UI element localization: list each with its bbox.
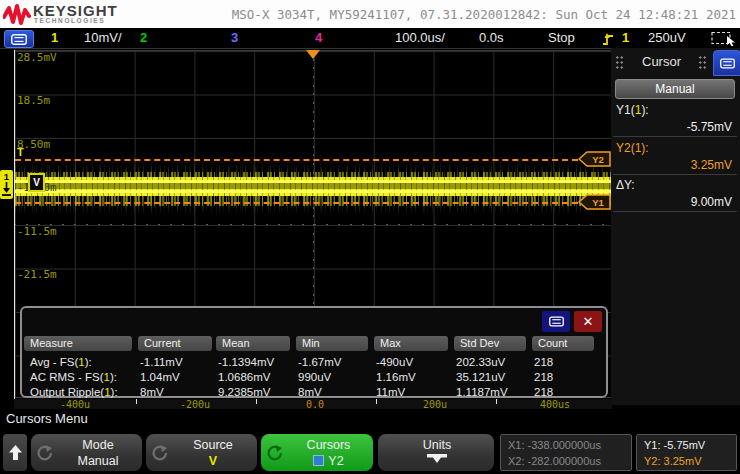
- cell-count: 218: [534, 356, 553, 369]
- cell-mean: 1.0686mV: [218, 371, 270, 384]
- trigger-level-marker[interactable]: T: [17, 146, 24, 158]
- softkey-source[interactable]: Source V: [146, 434, 257, 471]
- x-axis-label: 400us: [525, 399, 585, 410]
- x-axis-tick: [136, 399, 137, 404]
- divider: [613, 174, 737, 175]
- y1-label-pre: Y1(: [616, 103, 635, 117]
- panel-title: Cursor: [642, 54, 681, 69]
- y-axis-label: 28.5mV: [17, 51, 57, 64]
- cursor-mode-button[interactable]: Manual: [615, 79, 735, 99]
- measure-name: AC RMS - FS(: [30, 371, 103, 383]
- cell-min: 8mV: [298, 386, 322, 399]
- panel-menu-tab[interactable]: [713, 50, 740, 76]
- top-brand-bar: KEYSIGHT TECHNOLOGIES MSO-X 3034T, MY592…: [0, 0, 740, 28]
- oscilloscope-screen: KEYSIGHT TECHNOLOGIES MSO-X 3034T, MY592…: [0, 0, 740, 474]
- ch1-ground-marker[interactable]: 1: [0, 170, 13, 199]
- main-menu-button[interactable]: [4, 30, 34, 48]
- cell-max: -490uV: [376, 356, 413, 369]
- keysight-logo-icon: [3, 3, 31, 25]
- softkey-label: Source: [169, 437, 257, 453]
- measurement-menu-button[interactable]: [542, 311, 570, 332]
- softkey-label: Cursors: [284, 437, 373, 453]
- panel-drag-handle[interactable]: [615, 55, 624, 69]
- cursor-y2-flag[interactable]: Y2: [578, 151, 611, 167]
- measurement-close-button[interactable]: ✕: [574, 311, 602, 332]
- channel1-scale[interactable]: 10mV/: [84, 31, 122, 45]
- menu-up-button[interactable]: [3, 434, 27, 471]
- cell-max: 1.16mV: [376, 371, 416, 384]
- channel4-button[interactable]: 4: [315, 31, 322, 45]
- channel3-button[interactable]: 3: [231, 31, 238, 45]
- x-axis-tick: [496, 399, 497, 404]
- panel-drag-handle[interactable]: [698, 55, 707, 69]
- knob-rotate-icon: [151, 445, 167, 461]
- timebase-value[interactable]: 100.0us/: [395, 31, 445, 45]
- channel2-button[interactable]: 2: [140, 31, 147, 45]
- delay-value[interactable]: 0.0s: [479, 31, 504, 45]
- cursors-selected: Y2: [328, 454, 343, 468]
- x-axis-label: 0.0: [285, 399, 345, 410]
- col-header-stddev[interactable]: Std Dev: [454, 336, 526, 351]
- trigger-level[interactable]: 250uV: [648, 31, 686, 45]
- cursor-sidebar: Cursor Manual Y1(1): -5.75mV Y2(1): 3.25…: [611, 48, 740, 405]
- y-axis-label: -21.5m: [17, 268, 57, 281]
- brand-subtitle: TECHNOLOGIES: [34, 17, 105, 24]
- y1-label-post: ):: [641, 103, 648, 117]
- cell-current: -1.11mV: [140, 356, 183, 369]
- col-header-mean[interactable]: Mean: [216, 336, 290, 351]
- cursor-y1-line[interactable]: [15, 202, 578, 204]
- softkey-units-text: Units: [378, 437, 494, 469]
- y-axis-label: -11.5m: [17, 225, 57, 238]
- measurement-table-popup: ✕ Measure Current Mean Min Max Std Dev C…: [20, 306, 608, 398]
- y-cursor-readout: Y1: -5.75mV Y2: 3.25mV: [636, 434, 737, 471]
- cursor-y1-flag[interactable]: Y1: [578, 194, 611, 210]
- softkey-source-text: Source V: [167, 437, 257, 469]
- measure-name-close: ):: [111, 386, 118, 398]
- selection-tool-icon[interactable]: [711, 31, 737, 46]
- divider: [613, 136, 737, 137]
- softkey-units[interactable]: Units: [378, 434, 494, 471]
- time-axis: -400u -200u 0.0 200u 400us: [14, 399, 612, 409]
- softkey-mode-text: Mode Manual: [52, 437, 142, 469]
- cursor-y2-line[interactable]: [15, 159, 578, 161]
- y-axis-label: 18.5m: [17, 94, 50, 107]
- col-header-count[interactable]: Count: [532, 336, 594, 351]
- svg-text:Y2: Y2: [592, 154, 604, 165]
- knob-rotate-icon: [36, 445, 52, 461]
- trigger-edge-icon[interactable]: [602, 32, 614, 46]
- y1-readout: Y1: -5.75mV: [644, 437, 729, 453]
- acquisition-status[interactable]: Stop: [548, 31, 575, 45]
- col-header-min[interactable]: Min: [296, 336, 368, 351]
- col-header-current[interactable]: Current: [138, 336, 212, 351]
- trigger-source[interactable]: 1: [622, 31, 629, 45]
- knob-rotate-icon: [266, 445, 282, 461]
- cell-count: 218: [534, 371, 553, 384]
- softkey-mode[interactable]: Mode Manual: [31, 434, 142, 471]
- trigger-time-marker[interactable]: [306, 50, 320, 59]
- softkey-cursors-text: Cursors Y2: [282, 437, 373, 469]
- cursor-source-swatch: [313, 455, 324, 466]
- softkey-cursors[interactable]: Cursors Y2: [261, 434, 373, 471]
- x2-readout: X2: -282.000000us: [508, 453, 624, 469]
- system-title: MSO-X 3034T, MY59241107, 07.31.202001284…: [232, 7, 736, 22]
- cell-stddev: 35.121uV: [456, 371, 505, 384]
- col-header-measure[interactable]: Measure: [24, 336, 132, 351]
- x-axis-tick: [256, 399, 257, 404]
- softkey-menu-title: Cursors Menu: [6, 411, 88, 426]
- softkey-value: Y2: [284, 453, 373, 469]
- cell-count: 218: [534, 386, 553, 399]
- measure-name: Output Ripple(: [30, 386, 104, 398]
- measure-row-label: Avg - FS(1):: [30, 356, 92, 369]
- divider: [613, 211, 737, 212]
- channel1-button[interactable]: 1: [51, 31, 58, 45]
- x1-readout: X1: -338.000000us: [508, 437, 624, 453]
- cell-current: 8mV: [140, 386, 164, 399]
- ch1-ground-icon: 1: [0, 170, 13, 199]
- col-header-max[interactable]: Max: [374, 336, 448, 351]
- measure-name-close: ):: [85, 356, 92, 368]
- waveform-bright-line: [15, 180, 611, 183]
- cell-stddev: 202.33uV: [456, 356, 505, 369]
- svg-text:1: 1: [4, 171, 10, 182]
- cell-min: -1.67mV: [298, 356, 341, 369]
- x-cursor-readout: X1: -338.000000us X2: -282.000000us: [500, 434, 632, 471]
